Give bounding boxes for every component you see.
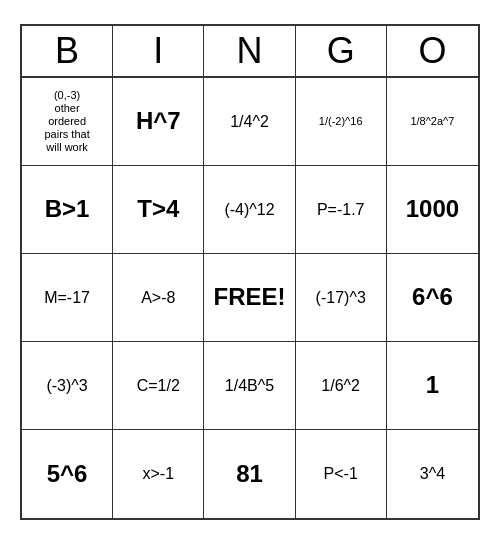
bingo-cell-24: 3^4 bbox=[387, 430, 478, 518]
header-letter-O: O bbox=[387, 26, 478, 76]
bingo-grid: (0,-3) other ordered pairs that will wor… bbox=[22, 78, 478, 518]
bingo-cell-12: FREE! bbox=[204, 254, 295, 342]
bingo-cell-0: (0,-3) other ordered pairs that will wor… bbox=[22, 78, 113, 166]
bingo-cell-4: 1/8^2a^7 bbox=[387, 78, 478, 166]
bingo-cell-3: 1/(-2)^16 bbox=[296, 78, 387, 166]
bingo-cell-10: M=-17 bbox=[22, 254, 113, 342]
bingo-cell-22: 81 bbox=[204, 430, 295, 518]
bingo-cell-14: 6^6 bbox=[387, 254, 478, 342]
bingo-header: BINGO bbox=[22, 26, 478, 78]
bingo-cell-13: (-17)^3 bbox=[296, 254, 387, 342]
header-letter-G: G bbox=[296, 26, 387, 76]
bingo-cell-15: (-3)^3 bbox=[22, 342, 113, 430]
bingo-cell-21: x>-1 bbox=[113, 430, 204, 518]
bingo-cell-1: H^7 bbox=[113, 78, 204, 166]
bingo-cell-9: 1000 bbox=[387, 166, 478, 254]
bingo-cell-18: 1/6^2 bbox=[296, 342, 387, 430]
bingo-cell-7: (-4)^12 bbox=[204, 166, 295, 254]
bingo-cell-11: A>-8 bbox=[113, 254, 204, 342]
bingo-card: BINGO (0,-3) other ordered pairs that wi… bbox=[20, 24, 480, 520]
bingo-cell-2: 1/4^2 bbox=[204, 78, 295, 166]
bingo-cell-17: 1/4B^5 bbox=[204, 342, 295, 430]
header-letter-I: I bbox=[113, 26, 204, 76]
bingo-cell-19: 1 bbox=[387, 342, 478, 430]
bingo-cell-5: B>1 bbox=[22, 166, 113, 254]
bingo-cell-6: T>4 bbox=[113, 166, 204, 254]
bingo-cell-23: P<-1 bbox=[296, 430, 387, 518]
bingo-cell-8: P=-1.7 bbox=[296, 166, 387, 254]
header-letter-B: B bbox=[22, 26, 113, 76]
bingo-cell-16: C=1/2 bbox=[113, 342, 204, 430]
header-letter-N: N bbox=[204, 26, 295, 76]
bingo-cell-20: 5^6 bbox=[22, 430, 113, 518]
